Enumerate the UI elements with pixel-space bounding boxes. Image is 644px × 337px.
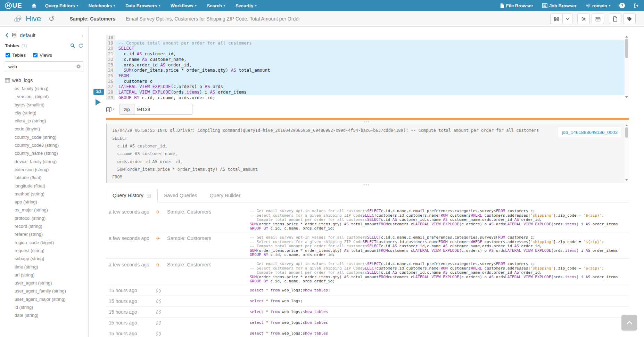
scroll-top-button[interactable] [621,315,637,330]
column-item[interactable]: client_ip (string) [5,117,83,125]
variables-button[interactable]: ▾ [106,107,115,112]
column-item[interactable]: country_code3 (string) [5,141,83,149]
table-filter-input[interactable] [5,61,83,72]
tables-checkbox[interactable] [6,53,10,57]
column-item[interactable]: referer (string) [5,230,83,238]
column-item[interactable]: date (string) [5,311,83,319]
settings-button[interactable] [577,14,590,24]
schedule-button[interactable] [592,14,604,24]
hive-app-link[interactable]: Hive [13,14,41,23]
column-item[interactable]: city (string) [5,109,83,117]
document-icon [613,16,618,22]
scroll-down-arrow-icon[interactable] [625,179,628,181]
refresh-button[interactable] [78,43,83,48]
column-item[interactable]: _version_ (bigint) [5,93,83,101]
column-item[interactable]: latitude (float) [5,174,83,182]
logout-button[interactable] [634,3,639,8]
column-item[interactable]: user_agent_major (string) [5,295,83,303]
scroll-up-arrow-icon[interactable] [625,125,628,126]
history-row[interactable]: a few seconds ago✈Sample: Customers-- Ge… [106,206,629,232]
column-item[interactable]: id (string) [5,303,83,311]
help-button[interactable]: ? [619,3,625,8]
history-row[interactable]: 15 hours agoselect * from web_logs;show … [106,285,629,296]
column-item[interactable]: protocol (string) [5,214,83,222]
database-name[interactable]: default [20,32,35,38]
log-scrollbar-thumb[interactable] [625,127,628,138]
menu-security[interactable]: Security▾ [236,3,256,8]
user-menu[interactable]: romain ▾ [586,3,610,8]
back-button[interactable] [5,33,9,38]
history-row[interactable]: a few seconds ago✈Sample: Customers-- Ge… [106,259,629,285]
history-row[interactable]: 15 hours agoselect * from web_logs;show … [106,307,629,318]
home-button[interactable] [31,3,37,8]
editor-line: 20SELECT [106,46,629,51]
column-item[interactable]: record (string) [5,222,83,230]
line-number: 23 [106,62,115,68]
menu-workflows[interactable]: Workflows▾ [171,3,197,8]
job-browser-button[interactable]: Job Browser [542,3,577,8]
column-item[interactable]: url (string) [5,271,83,279]
tab-saved-queries[interactable]: Saved Queries [158,189,204,202]
clear-search-button[interactable] [76,64,81,69]
editor-line: 21 c.id AS customer_id, [106,51,629,57]
tab-query-builder[interactable]: Query Builder [204,189,247,202]
menu-query-editors[interactable]: Query Editors▾ [45,3,78,8]
collapse-sidebar-button[interactable]: ‹ [82,32,83,38]
column-item[interactable]: request (string) [5,247,83,255]
save-button[interactable] [550,14,563,24]
history-row[interactable]: 15 hours agoselect * from web_logs;show … [106,318,629,328]
column-item[interactable]: region_code (bigint) [5,239,83,247]
tab-query-history[interactable]: Query History [106,189,158,202]
hue-logo[interactable]: HUE [5,2,22,9]
views-checkbox[interactable] [33,53,38,57]
resize-handle[interactable] [89,120,644,123]
history-type-icon: ✈ [154,209,167,215]
resize-handle[interactable] [89,183,644,186]
new-document-button[interactable] [609,14,621,24]
column-item[interactable]: country_code (string) [5,133,83,141]
variable-input[interactable] [134,104,192,115]
scroll-up-arrow-icon[interactable] [625,36,628,38]
column-item[interactable]: app (string) [5,198,83,206]
refresh-icon [78,43,83,48]
column-item[interactable]: code (tinyint) [5,125,83,133]
column-item[interactable]: bytes (smallint) [5,101,83,109]
menu-search[interactable]: Search▾ [207,3,225,8]
column-item[interactable]: extension (string) [5,166,83,174]
broken-link-icon [156,320,161,326]
menu-notebooks[interactable]: Notebooks▾ [89,3,115,8]
execute-button[interactable] [96,99,101,105]
history-row[interactable]: a few seconds ago✈Sample: Customers-- Ge… [106,232,629,259]
history-row[interactable]: 15 hours agoselect * from web_logs; [106,296,629,307]
file-browser-button[interactable]: File Browser [500,3,533,8]
column-item[interactable]: user_agent_family (string) [5,287,83,295]
column-item[interactable]: method (string) [5,190,83,198]
home-icon [31,3,37,8]
job-link[interactable]: job_1461888648136_0003 [562,130,618,135]
sql-editor[interactable]: 1819-- Compute total amount per order fo… [106,35,629,100]
column-item[interactable]: device_family (string) [5,158,83,166]
tags-button[interactable] [623,14,636,24]
column-item[interactable]: user_agent (string) [5,279,83,287]
column-item[interactable]: time (string) [5,263,83,271]
column-item[interactable]: country_name (string) [5,149,83,157]
calendar-icon [595,16,601,22]
column-item[interactable]: longitude (float) [5,182,83,190]
menu-data-browsers[interactable]: Data Browsers▾ [125,3,160,8]
history-sql: -- Get email survey opt-in values for al… [250,209,629,231]
log-line: SELECT [112,135,623,142]
save-dropdown-button[interactable] [563,14,572,24]
table-search-button[interactable] [70,43,75,48]
editor-scrollbar[interactable] [625,35,629,100]
chevron-down-icon: ▾ [609,4,610,7]
column-item[interactable]: os_major (string) [5,206,83,214]
plane-icon: ✈ [156,262,160,267]
scroll-down-arrow-icon[interactable] [625,96,628,98]
history-row[interactable]: 15 hours agoselect * from web_logs;show … [106,328,629,337]
query-history-button[interactable]: ↺ [49,15,55,22]
table-item-web-logs[interactable]: web_logs [5,77,83,85]
editor-scrollbar-thumb[interactable] [625,39,628,58]
column-item[interactable]: os_family (string) [5,85,83,93]
log-scrollbar[interactable] [625,123,629,183]
column-item[interactable]: subapp (string) [5,255,83,263]
